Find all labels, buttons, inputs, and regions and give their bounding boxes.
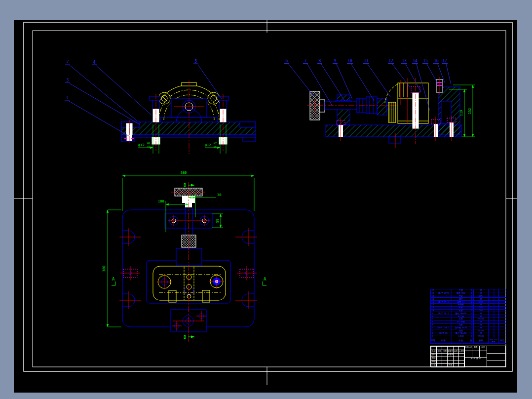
dim-label: 580	[181, 171, 187, 175]
title-block-row	[431, 347, 464, 350]
part-number-label: 16	[434, 59, 439, 63]
part-number-label: 10	[347, 59, 352, 63]
workpiece-section	[385, 83, 428, 123]
bom-table-body: 17手柄14516GB/T 6170螺母 M1023515弹簧165Mn14螺杆…	[431, 289, 506, 338]
dim-label: φ12	[205, 143, 211, 147]
part-number-label: 5	[195, 59, 197, 64]
tech-requirements-title: 技术要求	[369, 216, 395, 223]
part-number-label: 9	[334, 59, 337, 63]
plan-view: 580 100 30 59 380 A A B	[102, 171, 266, 342]
tech-requirements-line: 3.装配过程中零件不允许磕、碰、划伤和锈蚀。	[334, 245, 407, 250]
dim-label: 59	[216, 219, 220, 223]
tb-left-body: 标记处数分区更改文件号签字年月日设计标准化校核审核工艺批准	[431, 347, 464, 367]
section-mark-a-left: A	[112, 277, 115, 281]
title-block-row: 校核	[431, 357, 464, 360]
weight-label: 重量	[472, 346, 480, 351]
part-number-label: 1	[66, 96, 69, 100]
scale-label: 比例	[480, 346, 487, 351]
section-view: 119 152 6 7 8 9 10	[284, 59, 475, 148]
workpiece-plan	[153, 266, 226, 302]
part-number-label: 3	[67, 78, 69, 82]
title-block-row: 设计标准化	[431, 354, 464, 357]
section-mark-b-bottom: B	[184, 335, 186, 340]
front-view: φ12 H8 f8 φ12 H7 g6	[65, 59, 256, 154]
part-number-label: 13	[402, 59, 407, 63]
dim-label: 119	[459, 110, 463, 117]
tech-requirements-line: 1.零件在装配前必须清理和清洗干净，不得有毛刺、飞边、氧化皮、锈	[334, 226, 441, 231]
part-number-label: 14	[413, 59, 418, 63]
title-block-row: 工艺批准	[431, 364, 464, 367]
tech-requirements-line: 2.进入装配的零件及部件（包括外购件、外协件），均必须具有检验部门	[334, 236, 445, 240]
title-block-right	[487, 346, 506, 367]
part-number-label: 11	[364, 59, 369, 63]
bom-header-row: 序号 代号 名称 数量 材料 单件 总计 重量 备注	[431, 338, 506, 343]
title-block-row: 审核	[431, 360, 464, 364]
part-number-label: 15	[423, 59, 428, 63]
part-number-label: 8	[319, 59, 321, 63]
dim-label: φ12	[138, 143, 145, 147]
sheet-count-label: 共 张 第 张	[465, 358, 487, 367]
title-block-row: 标记处数分区更改文件号签字年月日	[431, 350, 464, 354]
bom-weight-header: 单件 总计 重量	[489, 338, 499, 343]
dim-tolerance-bottom: g6	[214, 145, 217, 149]
cad-application-window: φ12 H8 f8 φ12 H7 g6	[0, 0, 532, 399]
title-block-middle: 阶段标记 重量 比例 共 张 第 张	[464, 346, 487, 367]
stage-mark-label: 阶段标记	[465, 346, 472, 351]
dim-label: 30	[217, 193, 221, 197]
dim-label: 152	[468, 108, 472, 115]
dim-tolerance-bottom: f8	[147, 145, 150, 148]
tech-requirements-line: 的合格证方能进行装配。	[337, 240, 375, 245]
title-block: 标记处数分区更改文件号签字年月日设计标准化校核审核工艺批准 阶段标记 重量 比例…	[430, 346, 506, 367]
section-mark-a-right: A	[264, 277, 266, 281]
part-number-label: 6	[286, 59, 288, 63]
section-mark-b-top: B	[184, 183, 186, 188]
dim-label: 100	[158, 200, 164, 203]
dim-tolerance-top: H7	[214, 142, 217, 145]
tech-requirements-line: 蚀、切屑、油污、着色剂和灰尘等。	[337, 231, 392, 236]
part-number-label: 17	[442, 59, 447, 63]
support-block	[436, 77, 460, 135]
dim-tolerance-top: H8	[147, 142, 150, 145]
part-number-label: 12	[388, 59, 393, 63]
part-number-label: 2	[67, 60, 69, 64]
bom-table: 17手柄14516GB/T 6170螺母 M1023515弹簧165Mn14螺杆…	[430, 289, 506, 344]
dim-label: 380	[102, 266, 106, 272]
part-number-label: 4	[93, 60, 96, 65]
part-number-label: 7	[304, 59, 307, 63]
